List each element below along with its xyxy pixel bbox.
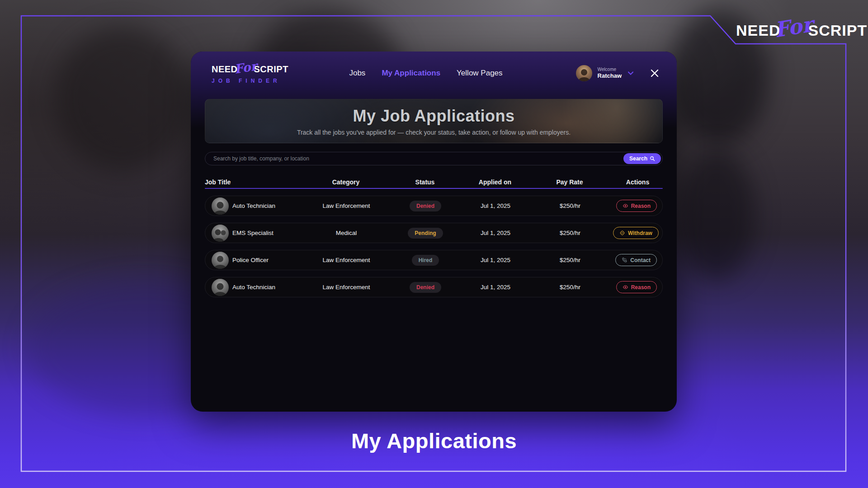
avatar xyxy=(212,225,229,242)
job-category: Law Enforcement xyxy=(306,257,387,263)
person-icon xyxy=(212,253,229,269)
main-nav: Jobs My Applications Yellow Pages xyxy=(349,52,502,95)
job-title: Auto Technician xyxy=(232,202,306,209)
action-label: Reason xyxy=(631,284,651,291)
applied-date: Jul 1, 2025 xyxy=(464,202,527,209)
table-row: EMS Specialist Medical Pending Jul 1, 20… xyxy=(205,223,663,243)
app-logo: NEED For SCRIPT JOB FINDER xyxy=(212,62,288,84)
welcome-label: Welcome xyxy=(598,67,622,72)
nav-yellow-pages[interactable]: Yellow Pages xyxy=(457,69,502,78)
search-button[interactable]: Search xyxy=(623,153,661,164)
job-category: Medical xyxy=(306,230,387,236)
avatar xyxy=(212,279,229,296)
withdraw-button[interactable]: Withdraw xyxy=(613,227,659,239)
pay-rate: $250/hr xyxy=(527,284,613,291)
page-title: My Job Applications xyxy=(353,107,514,126)
pay-rate: $250/hr xyxy=(527,230,613,236)
user-zone: Welcome Ratchaw xyxy=(576,52,659,95)
nav-my-applications[interactable]: My Applications xyxy=(382,69,440,78)
logo-subtitle: JOB FINDER xyxy=(212,78,288,84)
table-row: Auto Technician Law Enforcement Denied J… xyxy=(205,277,663,297)
magnifier-icon xyxy=(650,156,655,161)
col-pay-rate: Pay Rate xyxy=(527,178,613,186)
pay-rate: $250/hr xyxy=(527,257,613,263)
applied-date: Jul 1, 2025 xyxy=(464,257,527,263)
eye-icon xyxy=(623,284,628,290)
user-name: Ratchaw xyxy=(598,72,622,80)
search-bar: Search xyxy=(205,152,663,165)
user-greeting: Welcome Ratchaw xyxy=(598,67,622,80)
status-badge: Hired xyxy=(412,255,439,266)
reason-button[interactable]: Reason xyxy=(616,200,657,212)
search-input[interactable] xyxy=(205,152,623,165)
chevron-down-icon[interactable] xyxy=(628,71,633,75)
job-category: Law Enforcement xyxy=(306,202,387,209)
col-status: Status xyxy=(387,178,463,186)
person-icon xyxy=(212,198,229,215)
person-icon xyxy=(212,280,229,296)
applied-date: Jul 1, 2025 xyxy=(464,284,527,291)
brand-script: SCRIPT xyxy=(808,22,868,39)
job-finder-window: NEED For SCRIPT JOB FINDER Jobs My Appli… xyxy=(191,52,677,412)
job-title: EMS Specialist xyxy=(232,230,306,236)
table-header: Job Title Category Status Applied on Pay… xyxy=(205,176,663,188)
action-label: Reason xyxy=(631,203,651,209)
applied-date: Jul 1, 2025 xyxy=(464,230,527,236)
status-badge: Pending xyxy=(408,228,443,239)
status-badge: Denied xyxy=(410,201,441,211)
pay-rate: $250/hr xyxy=(527,202,613,209)
logo-script: SCRIPT xyxy=(254,64,288,75)
withdraw-icon xyxy=(619,230,625,236)
search-button-label: Search xyxy=(629,155,647,162)
contact-button[interactable]: Contact xyxy=(615,254,657,266)
hero-banner: My Job Applications Track all the jobs y… xyxy=(205,99,663,143)
table-row: Police Officer Law Enforcement Hired Jul… xyxy=(205,250,663,270)
col-category: Category xyxy=(305,178,387,186)
action-label: Withdraw xyxy=(628,230,652,236)
avatar xyxy=(212,252,229,269)
avatar xyxy=(212,197,229,215)
job-category: Law Enforcement xyxy=(306,284,387,291)
col-actions: Actions xyxy=(613,178,663,186)
person-icon xyxy=(212,225,229,242)
close-icon[interactable] xyxy=(651,69,659,77)
action-label: Contact xyxy=(630,257,651,263)
reason-button[interactable]: Reason xyxy=(616,281,657,293)
modal-header: NEED For SCRIPT JOB FINDER Jobs My Appli… xyxy=(191,52,677,95)
job-title: Auto Technician xyxy=(232,284,306,291)
status-badge: Denied xyxy=(410,282,441,293)
table-header-divider xyxy=(205,188,663,189)
user-avatar[interactable] xyxy=(576,65,592,81)
screenshot-caption: My Applications xyxy=(0,428,868,453)
table-row: Auto Technician Law Enforcement Denied J… xyxy=(205,196,663,216)
col-job-title: Job Title xyxy=(205,178,305,186)
brand-logo: NEED For SCRIPT xyxy=(736,18,867,42)
page-subtitle: Track all the jobs you've applied for — … xyxy=(297,129,571,136)
phone-icon xyxy=(622,257,627,263)
col-applied-on: Applied on xyxy=(463,178,527,186)
job-title: Police Officer xyxy=(232,257,306,263)
eye-icon xyxy=(623,203,628,209)
nav-jobs[interactable]: Jobs xyxy=(349,69,365,78)
person-icon xyxy=(576,66,592,81)
